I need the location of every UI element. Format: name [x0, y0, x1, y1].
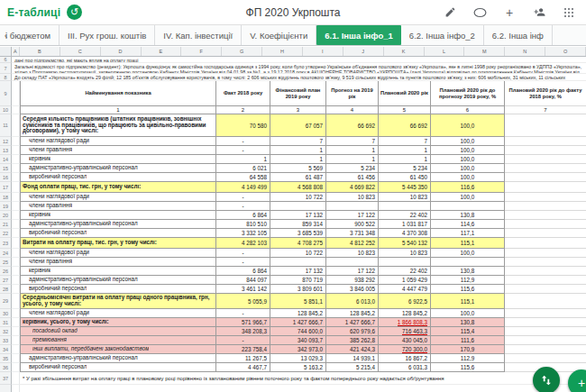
data-cell[interactable]: 13 029,3: [270, 354, 326, 363]
data-cell[interactable]: 4 447 479: [379, 285, 431, 294]
data-cell[interactable]: 385 262,8: [326, 336, 379, 345]
data-cell[interactable]: 100,0: [431, 164, 505, 173]
data-cell[interactable]: [505, 173, 586, 182]
data-cell[interactable]: 6 864: [216, 267, 270, 276]
data-cell[interactable]: 4 669 822: [326, 182, 379, 193]
data-cell[interactable]: [505, 258, 586, 267]
data-cell[interactable]: 10 722: [270, 193, 326, 202]
row-label-cell[interactable]: члени правління: [20, 146, 216, 155]
gutter-cell[interactable]: [12, 258, 20, 267]
data-cell[interactable]: 22 402: [379, 211, 431, 220]
row-label-cell[interactable]: адміністративно-управлінський персонал: [20, 164, 216, 173]
data-cell[interactable]: 10 823: [326, 249, 379, 258]
row-label-cell[interactable]: преміювання: [20, 336, 216, 345]
data-cell[interactable]: 7: [379, 137, 431, 146]
gutter-cell[interactable]: [12, 137, 20, 146]
data-cell[interactable]: 5 163,2: [270, 363, 326, 372]
data-cell[interactable]: [505, 211, 586, 220]
row-number[interactable]: 37: [0, 372, 12, 385]
column-header[interactable]: E: [142, 47, 182, 56]
data-cell[interactable]: 348 208,3: [216, 327, 270, 336]
data-cell[interactable]: 170,9: [431, 345, 505, 354]
data-cell[interactable]: 4 467,7: [216, 363, 270, 372]
data-cell[interactable]: [505, 238, 586, 249]
data-cell[interactable]: 100,0: [431, 249, 505, 258]
data-cell[interactable]: 67 057: [270, 114, 326, 137]
column-header[interactable]: A: [12, 47, 20, 56]
row-label-cell[interactable]: адміністративно-управлінський персонал: [20, 276, 216, 285]
data-cell[interactable]: 22 402: [379, 267, 431, 276]
data-cell[interactable]: [505, 354, 586, 363]
data-cell[interactable]: 1 059 429: [379, 276, 431, 285]
sheet-tab[interactable]: 6.1. Інша інфо_1: [316, 25, 401, 45]
row-label-cell[interactable]: керівник: [20, 267, 216, 276]
gutter-cell[interactable]: [12, 155, 20, 164]
data-cell[interactable]: [505, 193, 586, 202]
gutter-cell[interactable]: [12, 285, 20, 294]
data-cell[interactable]: [505, 267, 586, 276]
data-cell[interactable]: [505, 137, 586, 146]
data-cell[interactable]: 6 922,5: [379, 294, 431, 309]
row-number[interactable]: 25: [0, 258, 12, 267]
column-header[interactable]: O: [545, 47, 586, 56]
undo-icon[interactable]: ↺: [67, 5, 82, 20]
sheet-tab[interactable]: IV. Кап. інвестиції: [155, 25, 242, 45]
data-cell[interactable]: -: [216, 146, 270, 155]
gutter-cell[interactable]: [12, 202, 20, 211]
column-header[interactable]: I: [303, 47, 343, 56]
column-header[interactable]: N: [505, 47, 545, 56]
data-cell[interactable]: 3 685 539: [270, 229, 326, 238]
row-number[interactable]: 8: [0, 74, 12, 81]
data-cell[interactable]: 4 282 103: [216, 238, 270, 249]
data-cell[interactable]: -: [216, 309, 270, 318]
data-cell[interactable]: 859 314: [270, 220, 326, 229]
column-header[interactable]: M: [464, 47, 505, 56]
column-header[interactable]: F: [181, 47, 222, 56]
data-cell[interactable]: [431, 258, 505, 267]
data-cell[interactable]: 620 979,6: [326, 327, 379, 336]
numbering-cell[interactable]: 2: [216, 106, 270, 114]
row-label-cell[interactable]: члени наглядової ради: [20, 309, 216, 318]
column-header[interactable]: D: [101, 47, 142, 56]
row-number[interactable]: 29: [0, 294, 12, 309]
data-cell[interactable]: 5 234: [379, 164, 431, 173]
data-cell[interactable]: 10 823: [379, 249, 431, 258]
row-label-cell[interactable]: члени правління: [20, 202, 216, 211]
data-cell[interactable]: 430 045,0: [379, 336, 431, 345]
data-cell[interactable]: 744 600,0: [270, 327, 326, 336]
data-cell[interactable]: 1: [216, 155, 270, 164]
data-cell[interactable]: 100,0: [431, 309, 505, 318]
data-cell[interactable]: 10 722: [270, 249, 326, 258]
data-cell[interactable]: 1 427 666,7: [326, 318, 379, 327]
row-label-cell[interactable]: Середньомісячні витрати на оплату праці …: [20, 294, 216, 309]
select-all-corner[interactable]: [0, 47, 12, 56]
gutter-cell[interactable]: [12, 354, 20, 363]
data-cell[interactable]: 1 031 817: [379, 220, 431, 229]
row-label-cell[interactable]: адміністративно-управлінський персонал: [20, 220, 216, 229]
data-cell[interactable]: 17 122: [326, 267, 379, 276]
data-cell[interactable]: 100,0: [431, 146, 505, 155]
data-cell[interactable]: -: [216, 249, 270, 258]
data-cell[interactable]: 1: [270, 155, 326, 164]
data-cell[interactable]: 7: [326, 137, 379, 146]
row-number[interactable]: 6: [0, 57, 12, 63]
row-number[interactable]: 33: [0, 336, 12, 345]
data-cell[interactable]: 4 708 275: [270, 238, 326, 249]
data-cell[interactable]: 6 031,3: [379, 363, 431, 372]
data-cell[interactable]: 128 845,2: [379, 309, 431, 318]
data-cell[interactable]: [505, 229, 586, 238]
numbering-cell[interactable]: 3: [270, 106, 326, 114]
column-header[interactable]: J: [343, 47, 384, 56]
row-number[interactable]: 19: [0, 202, 12, 211]
data-cell[interactable]: [505, 249, 586, 258]
data-cell[interactable]: 130,8: [431, 211, 505, 220]
data-cell[interactable]: 17 122: [326, 211, 379, 220]
row-number[interactable]: 34: [0, 345, 12, 354]
data-cell[interactable]: [505, 114, 586, 137]
data-cell[interactable]: 4 370 308: [379, 229, 431, 238]
data-cell[interactable]: [505, 285, 586, 294]
data-cell[interactable]: [505, 182, 586, 193]
row-label-cell[interactable]: виробничий персонал: [20, 285, 216, 294]
info-text-cell[interactable]: дані про підприємство, які мають вплив н…: [12, 57, 586, 63]
column-header-cell[interactable]: Прогноз на 2019 рік: [326, 81, 379, 106]
